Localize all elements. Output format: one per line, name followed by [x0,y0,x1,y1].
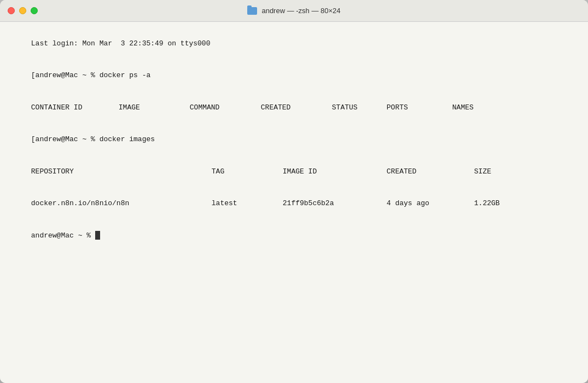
traffic-lights [8,7,38,14]
img-row-repository: docker.n8n.io/n8nio/n8n [31,198,212,209]
cmd2: docker images [100,135,155,143]
cmd-docker-images-line: [andrew@Mac ~ % docker images [5,124,583,156]
last-login-line: Last login: Mon Mar 3 22:35:49 on ttys00… [5,27,583,60]
prompt1: [andrew@Mac ~ % [31,71,100,79]
ps-headers-line: CONTAINER IDIMAGECOMMANDCREATEDSTATUSPOR… [5,91,583,124]
ps-header-container-id: CONTAINER ID [31,102,119,113]
ps-header-command: COMMAND [190,102,261,113]
terminal-window: andrew — -zsh — 80×24 Last login: Mon Ma… [0,0,588,383]
minimize-button[interactable] [19,7,26,14]
prompt2: [andrew@Mac ~ % [31,135,100,143]
terminal-content[interactable]: Last login: Mon Mar 3 22:35:49 on ttys00… [0,22,588,383]
close-button[interactable] [8,7,15,14]
folder-icon [247,7,257,15]
ps-header-status: STATUS [332,102,387,113]
img-row-size: 1.22GB [474,198,500,209]
titlebar: andrew — -zsh — 80×24 [0,0,588,22]
titlebar-title: andrew — -zsh — 80×24 [247,7,340,15]
img-header-tag: TAG [212,166,283,177]
ps-header-image: IMAGE [119,102,190,113]
prompt3: andrew@Mac ~ % [31,231,95,240]
maximize-button[interactable] [31,7,38,14]
img-header-repository: REPOSITORY [31,166,212,177]
cmd-docker-ps-line: [andrew@Mac ~ % docker ps -a [5,60,583,92]
img-row-image-id: 21ff9b5c6b2a [283,198,387,209]
img-row-tag: latest [212,198,283,209]
cursor [95,231,100,240]
img-header-size: SIZE [474,166,491,177]
cmd1: docker ps -a [100,71,151,79]
prompt-line: andrew@Mac ~ % [5,219,583,252]
img-header-created: CREATED [387,166,474,177]
img-row-created: 4 days ago [387,198,474,209]
ps-header-created: CREATED [261,102,332,113]
ps-header-ports: PORTS [387,102,452,113]
images-headers-line: REPOSITORYTAGIMAGE IDCREATEDSIZE [5,155,583,188]
window-title: andrew — -zsh — 80×24 [261,7,340,15]
ps-header-names: NAMES [452,102,474,113]
img-header-image-id: IMAGE ID [283,166,387,177]
images-row-line: docker.n8n.io/n8nio/n8nlatest21ff9b5c6b2… [5,188,583,220]
